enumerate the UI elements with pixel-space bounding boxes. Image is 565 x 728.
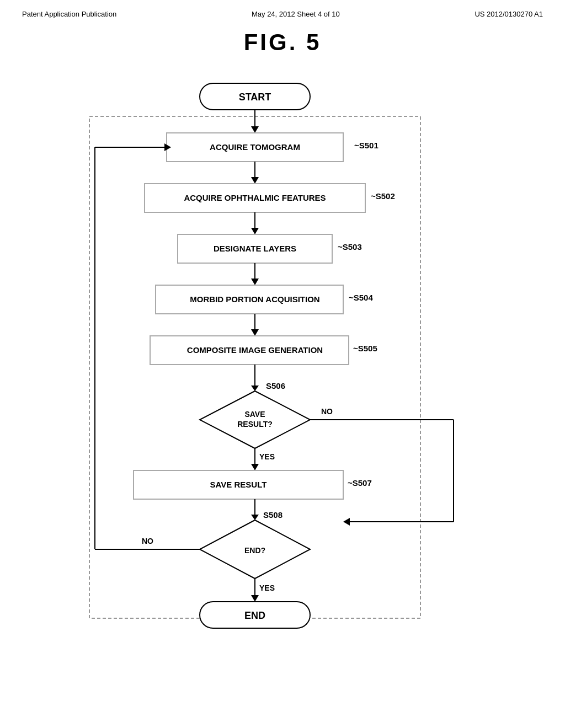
s505-label: COMPOSITE IMAGE GENERATION xyxy=(187,345,323,355)
arrowhead-start-s501 xyxy=(251,126,259,133)
header-middle: May 24, 2012 Sheet 4 of 10 xyxy=(252,10,340,18)
page-header: Patent Application Publication May 24, 2… xyxy=(0,0,565,24)
s502-step: ~S502 xyxy=(371,191,395,201)
s506-no-label: NO xyxy=(321,407,333,416)
arrowhead-no-s507 xyxy=(343,518,350,526)
end-label: END xyxy=(244,610,265,621)
s504-label: MORBID PORTION ACQUISITION xyxy=(190,295,319,304)
s506-yes-label: YES xyxy=(259,452,275,461)
s506-label-line1: SAVE xyxy=(244,410,265,419)
s505-step: ~S505 xyxy=(353,344,377,353)
s502-label: ACQUIRE OPHTHALMIC FEATURES xyxy=(184,193,326,202)
s504-step: ~S504 xyxy=(349,293,373,302)
s507-label: SAVE RESULT xyxy=(210,480,267,489)
start-label: START xyxy=(239,92,271,103)
header-left: Patent Application Publication xyxy=(22,10,116,18)
s506-label-line2: RESULT? xyxy=(237,420,273,429)
flowchart-container: START ACQUIRE TOMOGRAM ~S501 ACQUIRE OPH… xyxy=(34,72,531,718)
arrowhead-s505-s506 xyxy=(251,386,259,391)
s508-no-label: NO xyxy=(142,537,153,545)
header-right: US 2012/0130270 A1 xyxy=(475,10,543,18)
s508-step: S508 xyxy=(263,510,282,520)
arrowhead-s503-s504 xyxy=(251,279,259,285)
s501-label: ACQUIRE TOMOGRAM xyxy=(210,142,300,152)
figure-title: FIG. 5 xyxy=(0,29,565,56)
arrowhead-s508-yes xyxy=(251,595,259,602)
arrowhead-s502-s503 xyxy=(251,228,259,234)
arrowhead-s501-s502 xyxy=(251,177,259,184)
s503-step: ~S503 xyxy=(338,242,362,251)
arrowhead-s506-yes xyxy=(251,464,259,470)
s507-step: ~S507 xyxy=(348,478,372,488)
arrowhead-s507-s508 xyxy=(251,515,259,520)
flowchart-svg: START ACQUIRE TOMOGRAM ~S501 ACQUIRE OPH… xyxy=(34,72,531,718)
s508-yes-label: YES xyxy=(259,584,275,592)
arrowhead-s504-s505 xyxy=(251,329,259,336)
s506-step: S506 xyxy=(266,381,285,390)
s508-label: END? xyxy=(244,546,265,555)
s503-label: DESIGNATE LAYERS xyxy=(214,244,296,253)
s501-step: ~S501 xyxy=(354,141,379,150)
